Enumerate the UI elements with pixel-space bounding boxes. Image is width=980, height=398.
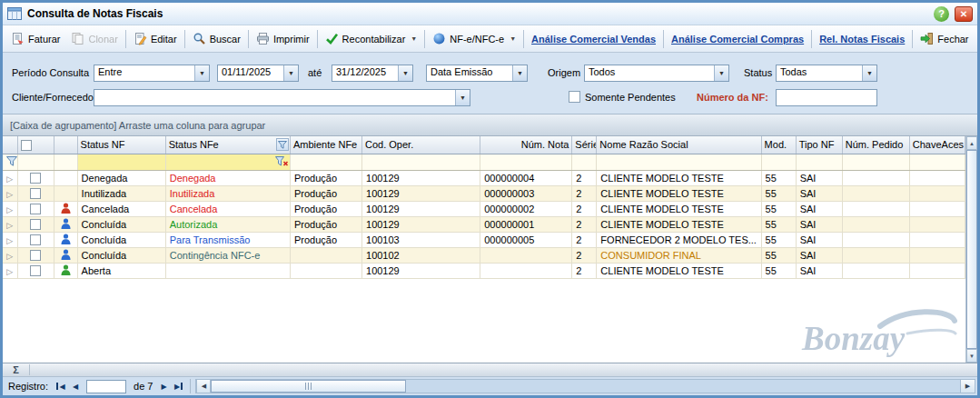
dropdown-arrow-icon[interactable]: ▼ [455,90,470,105]
select-all-header[interactable] [17,136,54,154]
origem-select[interactable]: Todos ▼ [584,65,729,82]
somente-pendentes-checkbox[interactable] [569,91,580,103]
clear-filter-icon[interactable] [275,156,289,170]
dropdown-arrow-icon[interactable]: ▼ [398,65,412,81]
prev-record-button[interactable]: ◀ [68,380,83,393]
table-row[interactable]: ▷ Inutilizada Inutilizada Produção 10012… [3,185,965,201]
buscar-button[interactable]: Buscar [187,29,246,48]
col-ambiente[interactable]: Ambiente NFe [290,136,361,154]
col-nome[interactable]: Nome Razão Social [597,136,761,154]
date-from-picker[interactable]: 01/11/2025 ▼ [217,65,299,82]
nfe-button[interactable]: NF-e/NFC-e ▼ [427,29,521,48]
vertical-scrollbar[interactable]: ▲ ▼ [965,136,977,363]
row-checkbox[interactable] [30,265,41,276]
col-status-nf[interactable]: Status NF [77,136,165,154]
horizontal-scroll-track[interactable] [406,380,960,393]
expand-row-icon[interactable]: ▷ [6,205,13,214]
table-row[interactable]: ▷ Concluída Autorizada Produção 100129 0… [3,216,965,232]
table-row[interactable]: ▷ Aberta 100129 2 CLIENTE MODELO TESTE 5… [3,263,965,278]
periodo-select[interactable]: Entre ▼ [94,65,210,82]
filter-cell[interactable] [480,154,572,170]
filter-cell[interactable] [17,154,54,170]
cell-status-nf: Cancelada [77,201,165,216]
scroll-down-icon[interactable]: ▼ [966,349,977,363]
numero-nf-input[interactable] [776,89,877,106]
cliente-select[interactable]: ▼ [94,89,470,106]
table-row[interactable]: ▷ Denegada Denegada Produção 100129 0000… [3,170,965,185]
filter-cell[interactable] [761,154,796,170]
expand-row-icon[interactable]: ▷ [6,252,13,261]
grid-area: [Caixa de agrupamento] Arraste uma colun… [3,114,977,363]
horizontal-scrollbar[interactable]: ◀ ▶ [195,379,975,393]
col-tipo-nf[interactable]: Tipo NF [796,136,842,154]
col-status-nfe[interactable]: Status NFe [165,136,290,154]
row-checkbox[interactable] [30,250,41,261]
row-checkbox[interactable] [30,234,41,245]
filter-cell[interactable] [842,154,909,170]
dropdown-arrow-icon[interactable]: ▼ [862,65,876,81]
select-all-checkbox[interactable] [21,140,32,151]
filter-cell[interactable] [796,154,842,170]
filter-cell[interactable] [572,154,597,170]
col-chave[interactable]: ChaveAces [909,136,965,154]
col-mod[interactable]: Mod. [761,136,796,154]
expand-row-icon[interactable]: ▷ [6,174,13,184]
clonar-button[interactable]: Clonar [65,29,123,48]
date-to-picker[interactable]: 31/12/2025 ▼ [332,65,413,82]
close-button[interactable]: ✕ [955,6,973,22]
rel-notas-link[interactable]: Rel. Notas Fiscais [814,34,910,45]
filter-cell-status-nf[interactable] [77,154,165,170]
imprimir-button[interactable]: Imprimir [251,29,315,48]
group-by-panel[interactable]: [Caixa de agrupamento] Arraste uma colun… [3,114,977,136]
scroll-left-icon[interactable]: ◀ [196,380,211,393]
col-num-pedido[interactable]: Núm. Pedido [842,136,909,154]
dropdown-arrow-icon[interactable]: ▼ [194,65,209,81]
expand-row-icon[interactable]: ▷ [6,267,13,276]
vertical-scroll-thumb[interactable] [966,150,977,349]
status-select[interactable]: Todas ▼ [776,65,877,82]
dropdown-arrow-icon[interactable]: ▼ [283,65,298,81]
table-row[interactable]: ▷ Concluída Para Transmissão Produção 10… [3,232,965,247]
scroll-right-icon[interactable]: ▶ [960,380,975,393]
chevron-down-icon[interactable]: ▼ [510,35,516,42]
table-row[interactable]: ▷ Concluída Contingência NFC-e 100102 2 … [3,247,965,263]
analise-vendas-link[interactable]: Análise Comercial Vendas [526,34,661,45]
chevron-down-icon[interactable]: ▼ [411,35,417,42]
filter-cell[interactable] [290,154,361,170]
faturar-button[interactable]: Faturar [5,29,65,48]
col-serie[interactable]: Série [572,136,597,154]
expand-row-icon[interactable]: ▷ [6,190,13,199]
filter-cell-status-nfe[interactable] [165,154,290,170]
row-checkbox[interactable] [30,204,41,214]
first-record-button[interactable]: ◀ [54,380,68,393]
row-checkbox[interactable] [30,173,41,184]
scroll-up-icon[interactable]: ▲ [966,136,977,150]
analise-compras-link[interactable]: Análise Comercial Compras [666,34,809,45]
record-number-input[interactable] [86,380,126,393]
filter-cell[interactable] [909,154,965,170]
col-num-nota[interactable]: Núm. Nota [480,136,572,154]
expand-row-icon[interactable]: ▷ [6,221,13,230]
expand-row-icon[interactable]: ▷ [6,236,13,245]
dropdown-arrow-icon[interactable]: ▼ [714,65,728,81]
col-cod-oper[interactable]: Cod. Oper. [362,136,480,154]
table-row[interactable]: ▷ Cancelada Cancelada Produção 100129 00… [3,201,965,216]
editar-button[interactable]: Editar [128,29,183,48]
filter-cell[interactable] [362,154,480,170]
row-checkbox[interactable] [30,188,41,199]
filter-cell[interactable] [597,154,761,170]
last-record-button[interactable]: ▶ [171,380,185,393]
dropdown-arrow-icon[interactable]: ▼ [512,65,527,81]
row-checkbox[interactable] [30,219,41,230]
fechar-button[interactable]: Fechar [915,29,974,48]
cell-serie: 2 [572,185,597,201]
recontabilizar-label: Recontabilizar [342,34,406,45]
cell-tipo: SAI [796,185,842,201]
recontabilizar-button[interactable]: Recontabilizar ▼ [320,29,423,48]
filter-funnel-icon[interactable] [276,138,289,151]
date-type-select[interactable]: Data Emissão ▼ [426,65,528,82]
next-record-button[interactable]: ▶ [156,380,171,393]
help-button[interactable]: ? [934,6,949,22]
filter-cell[interactable] [54,154,77,170]
horizontal-scroll-thumb[interactable] [211,380,406,393]
